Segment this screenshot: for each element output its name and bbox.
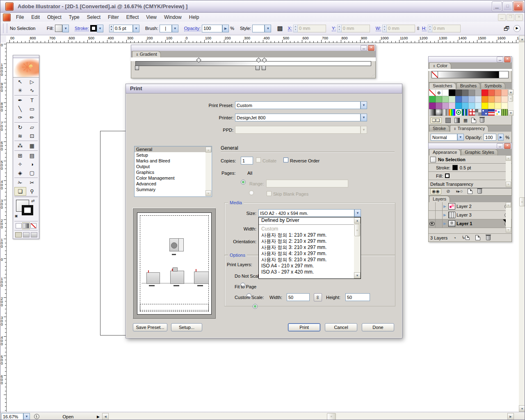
tab-stroke[interactable]: Stroke	[429, 125, 450, 132]
menu-type[interactable]: Type	[65, 13, 83, 22]
swatch[interactable]	[449, 103, 455, 109]
layer-lock-cell[interactable]	[436, 219, 443, 228]
wh-link-icon[interactable]: ∞	[415, 27, 421, 30]
swatch[interactable]	[468, 103, 475, 109]
copies-field[interactable]: 1	[241, 157, 253, 164]
swatch[interactable]	[442, 89, 449, 96]
tab-brushes[interactable]: Brushes	[457, 82, 480, 89]
scroll-down-icon[interactable]: ▼	[354, 272, 361, 278]
menu-edit[interactable]: Edit	[27, 13, 43, 22]
appearance-scrollbar[interactable]: ▲ ▼	[506, 155, 511, 187]
none-mode-button[interactable]	[30, 223, 37, 228]
w-label[interactable]: W:	[376, 26, 381, 31]
horizontal-scrollbar[interactable]: ≡	[109, 413, 507, 420]
tab-swatches[interactable]: Swatches	[429, 82, 456, 89]
swatch[interactable]	[488, 109, 495, 116]
menu-object[interactable]: Object	[43, 13, 65, 22]
selection-tool-icon[interactable]: ↖	[14, 78, 26, 86]
scissors-tool-icon[interactable]: ✂	[26, 178, 38, 187]
tab-graphic-styles[interactable]: Graphic Styles	[461, 149, 498, 155]
zoom-dropdown-button[interactable]: ▼	[23, 413, 30, 420]
section-summary[interactable]: Summary	[135, 187, 212, 192]
transparency-opacity-menu[interactable]: ▶	[498, 134, 504, 141]
slice-tool-icon[interactable]: ✁	[14, 178, 26, 187]
section-marks-and-bleed[interactable]: Marks and Bleed	[135, 158, 212, 164]
swatch[interactable]	[455, 109, 462, 116]
menu-help[interactable]: Help	[185, 13, 203, 22]
y-label[interactable]: Y:	[332, 26, 336, 31]
stroke-well[interactable]	[22, 205, 33, 215]
rectangle-tool-icon[interactable]: ▭	[26, 105, 38, 113]
scroll-down-icon[interactable]: ▼	[508, 110, 514, 116]
gradient-midpoint-marker[interactable]	[262, 57, 267, 63]
swatch[interactable]	[468, 109, 475, 116]
maximize-button[interactable]: □	[503, 2, 512, 11]
style-dropdown-button[interactable]: ▼	[265, 25, 271, 32]
controlbar-menu-button[interactable]: ▶	[514, 25, 520, 32]
swatch[interactable]	[468, 89, 475, 96]
brush-dropdown-button[interactable]: ▼	[172, 25, 178, 32]
fill-dropdown-button[interactable]: ▼	[62, 25, 69, 32]
swatch[interactable]	[501, 89, 508, 96]
toolbox-artwork[interactable]	[13, 58, 39, 78]
swatch[interactable]	[488, 103, 495, 109]
gradient-palette-titlebar[interactable]: ▁ ✕	[131, 45, 376, 51]
swatch[interactable]	[436, 103, 442, 109]
cancel-button[interactable]: Cancel	[325, 323, 357, 331]
menu-window[interactable]: Window	[160, 13, 185, 22]
swatch[interactable]	[475, 96, 482, 103]
vertical-scrollbar[interactable]: ▲ ≡ ▼	[519, 36, 525, 412]
menu-filter[interactable]: Filter	[104, 13, 123, 22]
tab-gradient[interactable]: ⇕Gradient	[132, 51, 161, 57]
tab-appearance[interactable]: Appearance	[429, 149, 461, 155]
opacity-label[interactable]: Opacity:	[184, 26, 201, 31]
swatch[interactable]	[442, 109, 449, 116]
clear-appearance-button[interactable]: ⊘	[446, 189, 450, 194]
section-graphics[interactable]: Graphics	[135, 169, 212, 175]
scroll-thumb[interactable]: ≡	[519, 197, 525, 206]
section-advanced[interactable]: Advanced	[135, 181, 212, 187]
sections-scrollbar[interactable]: ▲ ▼	[205, 147, 211, 196]
stroke-swatch[interactable]	[90, 25, 97, 32]
zoom-level-field[interactable]: 16.67%	[1, 413, 23, 420]
palette-minimize-button[interactable]: ▁	[497, 57, 503, 62]
appearance-row-selection[interactable]: No Selection	[429, 155, 511, 164]
stroke-label[interactable]: Stroke:	[75, 26, 89, 31]
scroll-up-icon[interactable]: ▲	[354, 217, 361, 224]
layer-lock-cell[interactable]	[436, 211, 443, 219]
swatches-scrollbar[interactable]: ▲ ≡ ▼	[508, 89, 514, 116]
menu-select[interactable]: Select	[83, 13, 104, 22]
hscroll-right-icon[interactable]: ▶	[507, 413, 514, 420]
fill-swatch[interactable]	[55, 25, 62, 32]
palette-minimize-button[interactable]: ▁	[497, 143, 503, 149]
live-paint-selection-tool-icon[interactable]: ▢	[26, 169, 38, 177]
save-preset-button[interactable]: Save Preset...	[133, 323, 167, 331]
scroll-thumb[interactable]: ≡	[327, 413, 336, 420]
menu-file[interactable]: File	[12, 13, 27, 22]
section-setup[interactable]: Setup	[135, 152, 212, 158]
appearance-row-fill[interactable]: Fill:	[429, 172, 511, 180]
tab-symbols[interactable]: Symbols	[481, 82, 505, 89]
new-item-button[interactable]	[468, 189, 472, 194]
blend-tool-icon[interactable]: ◑	[26, 160, 38, 169]
fullscreen-button[interactable]	[31, 232, 37, 237]
layer-row-2[interactable]: ▶ Layer 2	[429, 202, 511, 211]
style-preview[interactable]	[252, 25, 265, 32]
layer-name[interactable]: Layer 3	[457, 212, 472, 217]
swatch[interactable]	[482, 109, 488, 116]
swatch[interactable]	[455, 96, 462, 103]
delete-swatch-button[interactable]	[480, 118, 484, 123]
swatch[interactable]	[436, 109, 442, 116]
controlbar-grip[interactable]	[3, 23, 7, 33]
lasso-tool-icon[interactable]: ∿	[26, 86, 38, 95]
swatch[interactable]	[482, 96, 488, 103]
show-gradient-swatches-button[interactable]	[454, 118, 460, 123]
swatch[interactable]	[488, 89, 495, 96]
swatch[interactable]	[455, 103, 462, 109]
menu-view[interactable]: View	[142, 13, 160, 22]
swatch[interactable]	[495, 103, 501, 109]
size-combo[interactable]: ISO A2 - 420 x 594 mm.▼	[258, 209, 361, 217]
show-pattern-swatches-button[interactable]: ▦	[463, 118, 468, 123]
swatch[interactable]	[429, 89, 436, 96]
stroke-dropdown-button[interactable]: ▼	[97, 25, 103, 32]
